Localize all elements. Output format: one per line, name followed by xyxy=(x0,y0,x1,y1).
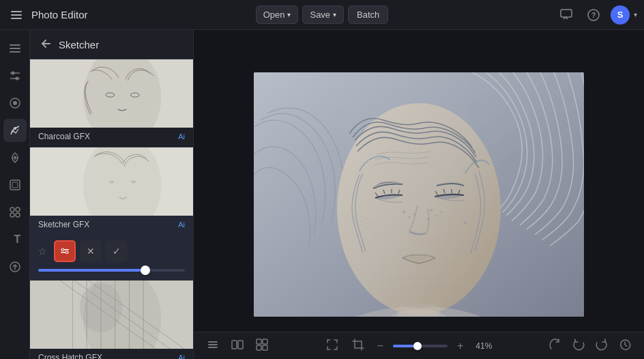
reset-button[interactable] xyxy=(615,336,634,356)
zoom-slider-fill xyxy=(393,345,415,347)
svg-rect-70 xyxy=(208,344,218,345)
svg-point-63 xyxy=(430,209,433,212)
open-button[interactable]: Open ▾ xyxy=(256,5,299,24)
svg-point-14 xyxy=(13,101,17,105)
svg-rect-73 xyxy=(238,341,243,349)
filter-thumb-crosshatch xyxy=(30,281,193,349)
filter-confirm-button[interactable]: ✓ xyxy=(106,240,128,262)
canvas-image xyxy=(254,72,584,317)
svg-rect-2 xyxy=(11,18,22,19)
rotate-button[interactable] xyxy=(546,336,565,356)
favorite-button[interactable]: ☆ xyxy=(38,246,47,257)
avatar[interactable]: S xyxy=(611,5,630,25)
topbar-center: Open ▾ Save ▾ Batch xyxy=(256,5,389,24)
nav-preview-icon[interactable] xyxy=(3,91,27,115)
svg-text:?: ? xyxy=(591,11,596,19)
nav-layers-icon[interactable] xyxy=(3,37,27,60)
fit-canvas-button[interactable] xyxy=(323,336,342,356)
filter-cancel-button[interactable]: ✕ xyxy=(80,240,102,262)
svg-point-19 xyxy=(16,207,20,212)
filter-item-crosshatch[interactable]: Cross Hatch GFX Ai xyxy=(30,281,193,359)
avatar-chevron-icon[interactable]: ▾ xyxy=(634,11,637,18)
save-button[interactable]: Save ▾ xyxy=(302,5,344,24)
svg-point-62 xyxy=(413,214,415,216)
ai-badge-charcoal: Ai xyxy=(178,132,185,141)
nav-adjustments-icon[interactable] xyxy=(3,64,27,87)
svg-point-61 xyxy=(409,216,411,218)
back-button[interactable] xyxy=(38,37,53,52)
svg-rect-71 xyxy=(208,347,218,348)
filter-label-row-charcoal: Charcoal GFX Ai xyxy=(30,128,193,147)
svg-rect-7 xyxy=(10,48,20,49)
help-icon-button[interactable]: ? xyxy=(583,5,604,25)
menu-button[interactable] xyxy=(7,8,26,22)
svg-rect-74 xyxy=(257,339,261,344)
main-area: T Sketcher xyxy=(0,30,644,359)
layer-view-button[interactable] xyxy=(203,336,222,356)
grid-view-button[interactable] xyxy=(252,336,272,356)
filter-controls: ☆ ✕ ✓ xyxy=(30,235,193,280)
svg-rect-6 xyxy=(10,44,20,46)
zoom-level: 41% xyxy=(473,341,495,351)
svg-rect-8 xyxy=(10,51,20,53)
svg-point-46 xyxy=(80,283,122,332)
bottom-left-tools xyxy=(203,336,272,356)
svg-point-67 xyxy=(464,221,467,224)
svg-rect-3 xyxy=(561,10,572,17)
svg-rect-72 xyxy=(232,341,237,349)
canvas-area: − + 41% xyxy=(194,30,644,359)
svg-point-65 xyxy=(427,218,429,220)
filter-label-crosshatch: Cross Hatch GFX xyxy=(38,353,102,359)
panel: Sketcher xyxy=(30,30,194,359)
filter-intensity-slider[interactable] xyxy=(38,269,185,272)
filter-thumb-sketcher xyxy=(30,147,193,216)
slider-thumb xyxy=(141,265,150,275)
topbar-left: Photo Editor xyxy=(7,8,256,22)
svg-rect-76 xyxy=(257,345,261,350)
svg-point-18 xyxy=(10,207,14,212)
panel-list: Charcoal GFX Ai xyxy=(30,59,193,359)
nav-export-icon[interactable] xyxy=(3,255,27,278)
nav-text-icon[interactable]: T xyxy=(3,228,27,251)
chat-icon-button[interactable] xyxy=(556,5,576,25)
nav-healing-icon[interactable] xyxy=(3,146,27,169)
bottom-bar: − + 41% xyxy=(194,332,644,359)
filter-item-sketcher[interactable]: Sketcher GFX Ai ☆ xyxy=(30,147,193,281)
svg-point-10 xyxy=(11,72,14,75)
svg-point-64 xyxy=(436,215,438,217)
batch-button[interactable]: Batch xyxy=(348,5,388,24)
svg-point-15 xyxy=(14,127,16,130)
svg-rect-0 xyxy=(11,11,22,12)
zoom-in-button[interactable]: + xyxy=(454,339,466,354)
nav-frames-icon[interactable] xyxy=(3,173,27,197)
svg-point-60 xyxy=(402,211,405,214)
compare-view-button[interactable] xyxy=(228,336,247,356)
svg-rect-75 xyxy=(263,339,267,344)
app-title: Photo Editor xyxy=(31,9,88,20)
filter-settings-button[interactable] xyxy=(54,240,76,262)
zoom-out-button[interactable]: − xyxy=(375,339,386,354)
svg-point-26 xyxy=(83,59,161,128)
nav-effects-icon[interactable] xyxy=(3,119,27,142)
svg-rect-1 xyxy=(11,14,22,16)
svg-rect-69 xyxy=(208,341,218,343)
svg-rect-16 xyxy=(10,180,20,190)
nav-objects-icon[interactable] xyxy=(3,201,27,224)
svg-point-51 xyxy=(337,103,501,315)
filter-label-charcoal: Charcoal GFX xyxy=(38,132,90,141)
icon-nav: T xyxy=(0,30,30,359)
panel-header: Sketcher xyxy=(30,30,193,59)
topbar-right: ? S ▾ xyxy=(388,5,637,25)
filter-controls-top: ☆ ✕ ✓ xyxy=(38,240,185,262)
crop-button[interactable] xyxy=(349,336,368,356)
bottom-right-actions xyxy=(546,336,634,356)
topbar: Photo Editor Open ▾ Save ▾ Batch ? S ▾ xyxy=(0,0,644,30)
filter-item-charcoal[interactable]: Charcoal GFX Ai xyxy=(30,59,193,147)
undo-button[interactable] xyxy=(569,336,588,356)
zoom-slider[interactable] xyxy=(393,345,448,347)
filter-label-row-crosshatch: Cross Hatch GFX Ai xyxy=(30,349,193,359)
filter-label-sketcher: Sketcher GFX xyxy=(38,220,89,229)
redo-button[interactable] xyxy=(592,336,611,356)
ai-badge-sketcher: Ai xyxy=(178,220,185,229)
panel-title: Sketcher xyxy=(59,39,99,51)
